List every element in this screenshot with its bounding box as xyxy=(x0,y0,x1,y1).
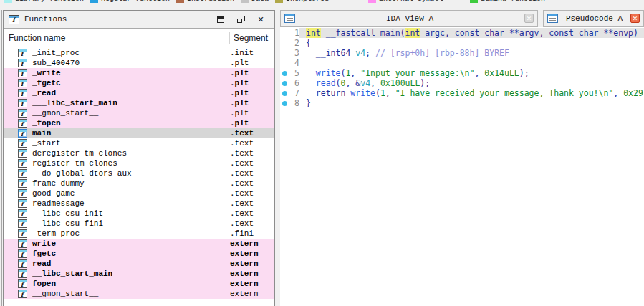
line-number: 5 xyxy=(289,68,299,78)
code-text: write(1, "Input your message:\n", 0x14uL… xyxy=(299,68,644,78)
function-row[interactable]: readmessage.text xyxy=(4,199,274,209)
code-token: , xyxy=(385,88,395,98)
gutter xyxy=(280,88,289,98)
function-row[interactable]: __gmon_start__extern xyxy=(4,289,274,299)
legend-swatch-icon xyxy=(275,0,283,3)
function-row[interactable]: _write.plt xyxy=(4,68,274,78)
function-name: _fopen xyxy=(32,119,230,128)
function-segment: extern xyxy=(230,279,274,288)
code-text: read(0, &v4, 0x100uLL); xyxy=(299,78,644,88)
function-row[interactable]: _start.text xyxy=(4,138,274,148)
function-name: fgetc xyxy=(32,249,230,258)
tab-bar: IDA View-APseudocode-A xyxy=(280,10,644,27)
legend-label: Regular function xyxy=(101,0,170,3)
code-line: 5 write(1, "Input your message:\n", 0x14… xyxy=(280,68,644,78)
function-row[interactable]: good_game.text xyxy=(4,188,274,199)
function-segment: .plt xyxy=(230,69,274,77)
function-name: read xyxy=(32,259,230,268)
function-row[interactable]: _fgetc.plt xyxy=(4,78,274,88)
function-f-icon xyxy=(18,129,27,138)
float-window-icon[interactable] xyxy=(236,15,245,24)
close-icon[interactable] xyxy=(256,15,265,24)
line-number: 7 xyxy=(289,88,299,98)
function-segment: .plt xyxy=(230,79,274,87)
function-row[interactable]: _init_proc.init xyxy=(4,48,274,58)
function-segment: extern xyxy=(230,290,274,298)
function-row[interactable]: _term_proc.fini xyxy=(4,229,274,239)
function-f-icon xyxy=(18,249,27,258)
line-mark-dot xyxy=(282,101,287,106)
function-row[interactable]: _fopen.plt xyxy=(4,118,274,128)
close-tab-icon[interactable] xyxy=(630,14,640,23)
function-row[interactable]: main.text xyxy=(4,128,274,138)
function-f-icon xyxy=(18,239,27,248)
function-f-icon xyxy=(18,279,27,288)
close-tab-icon[interactable] xyxy=(524,14,534,23)
function-row[interactable]: writeextern xyxy=(4,239,274,249)
function-row[interactable]: _read.plt xyxy=(4,88,274,98)
line-number: 2 xyxy=(289,38,299,48)
tab-ida-view-a[interactable]: IDA View-A xyxy=(280,10,538,27)
gutter xyxy=(280,28,289,38)
function-segment: extern xyxy=(230,239,274,248)
code-token: 0x100uLL xyxy=(380,78,420,88)
function-row[interactable]: readextern xyxy=(4,259,274,269)
gutter xyxy=(280,98,289,108)
function-name: register_tm_clones xyxy=(32,159,230,168)
code-token: __int64 xyxy=(306,48,355,58)
legend-item: Regular function xyxy=(90,0,170,3)
function-f-icon xyxy=(18,189,27,198)
function-f-icon xyxy=(18,179,27,188)
view-list-icon xyxy=(284,14,295,23)
function-name: _init_proc xyxy=(32,49,230,57)
function-name: _start xyxy=(32,139,230,148)
tab-pseudocode-a[interactable]: Pseudocode-A xyxy=(543,10,644,27)
function-row[interactable]: __libc_csu_init.text xyxy=(4,209,274,219)
function-name: good_game xyxy=(32,189,230,198)
window-left-edge xyxy=(0,10,2,306)
function-row[interactable]: deregister_tm_clones.text xyxy=(4,148,274,158)
code-token: { xyxy=(306,38,311,48)
function-row[interactable]: __do_global_dtors_aux.text xyxy=(4,168,274,178)
function-f-icon xyxy=(18,229,27,238)
pseudocode-view[interactable]: 1int __fastcall main(int argc, const cha… xyxy=(280,27,644,306)
function-name: __gmon_start__ xyxy=(32,290,230,298)
function-row[interactable]: register_tm_clones.text xyxy=(4,158,274,168)
code-text: { xyxy=(299,38,644,48)
code-token: write xyxy=(350,88,375,98)
function-f-icon xyxy=(18,169,27,178)
code-token: v4 xyxy=(355,48,365,58)
code-token: , & xyxy=(345,78,360,88)
function-row[interactable]: __libc_csu_fini.text xyxy=(4,219,274,229)
function-segment: extern xyxy=(230,269,274,278)
function-f-icon xyxy=(18,89,27,97)
function-name: deregister_tm_clones xyxy=(32,149,230,158)
line-number: 6 xyxy=(289,78,299,88)
functions-title: Functions xyxy=(24,15,67,24)
functions-titlebar[interactable]: Functions xyxy=(4,11,274,29)
function-row[interactable]: frame_dummy.text xyxy=(4,178,274,188)
function-f-icon xyxy=(18,99,27,107)
code-line: 8} xyxy=(280,98,644,108)
column-segment[interactable]: Segment xyxy=(230,33,274,43)
function-f-icon xyxy=(18,109,27,118)
legend-item: Library function xyxy=(4,0,84,3)
maximize-icon[interactable] xyxy=(216,15,225,24)
function-segment: .fini xyxy=(230,229,274,238)
function-f-icon xyxy=(18,159,27,168)
code-token: ); xyxy=(519,68,529,78)
function-segment: extern xyxy=(230,249,274,258)
function-row[interactable]: __gmon_start__.plt xyxy=(4,108,274,118)
function-row[interactable]: __libc_start_mainextern xyxy=(4,269,274,279)
function-row[interactable]: fgetcextern xyxy=(4,249,274,259)
function-segment: .text xyxy=(230,219,274,228)
function-row[interactable]: ___libc_start_main.plt xyxy=(4,98,274,108)
function-f-icon xyxy=(18,79,27,87)
function-segment: .plt xyxy=(230,59,274,67)
column-function-name[interactable]: Function name xyxy=(4,33,229,43)
function-segment: .text xyxy=(230,199,274,208)
function-row[interactable]: fopenextern xyxy=(4,279,274,289)
function-row[interactable]: sub_400470.plt xyxy=(4,58,274,68)
line-mark-dot xyxy=(282,91,287,96)
function-name: _read xyxy=(32,89,230,97)
